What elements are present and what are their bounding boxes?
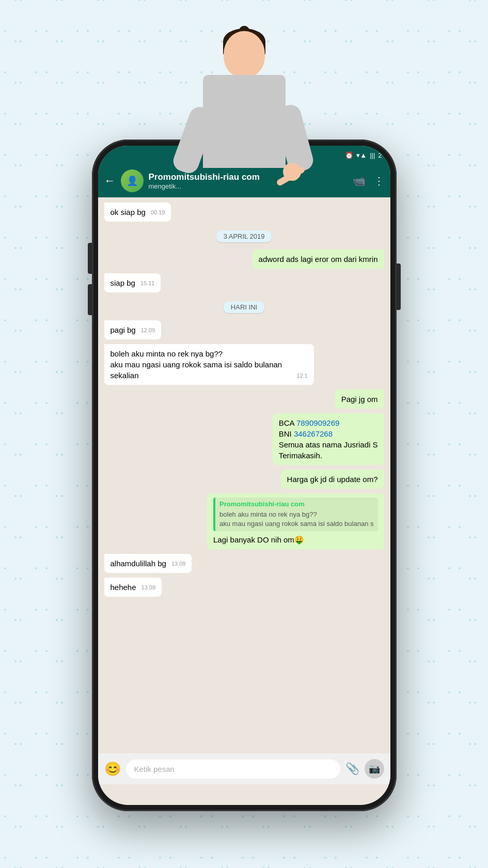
message-text: adword ads lagi eror om dari kmrin (259, 255, 378, 264)
message-time: 15.11 (140, 280, 155, 287)
date-text: 3 APRIL 2019 (216, 230, 272, 242)
quote-block: Promomitsubishi-riau com boleh aku minta… (213, 498, 377, 531)
message-text: siap bg (111, 278, 135, 287)
message-text: Lagi banyak DO nih om🤑 (213, 535, 304, 544)
date-separator-today: HARI INI (104, 301, 384, 313)
bubble-incoming: ok siap bg 00.19 (104, 203, 171, 222)
battery-indicator: 2 (378, 151, 382, 159)
avatar-image: 👤 (121, 169, 144, 192)
phone-screen: ⏰ ▾▲ ||| 2 ← 👤 Promomitsubishi-riau com … (98, 146, 390, 805)
volume-down-button (88, 284, 92, 315)
signal-icon: ||| (370, 151, 375, 159)
quote-author: Promomitsubishi-riau com (219, 500, 373, 509)
scene: ⏰ ▾▲ ||| 2 ← 👤 Promomitsubishi-riau com … (74, 26, 415, 842)
power-button (397, 264, 401, 310)
bubble-incoming: alhamdulillah bg 13.09 (104, 554, 192, 573)
message-text: Harga gk jd di update om? (287, 475, 378, 484)
bubble-incoming: pagi bg 12.09 (104, 320, 162, 339)
message-time: 13.09 (141, 584, 156, 592)
bubble-outgoing: Harga gk jd di update om? (281, 470, 384, 489)
message-text: Pagi jg om (341, 395, 378, 404)
message-text: ok siap bg (111, 208, 146, 216)
message-text: hehehe (111, 583, 136, 592)
video-call-icon[interactable]: 📹 (353, 175, 366, 187)
head (224, 31, 265, 78)
message-row: Harga gk jd di update om? (104, 470, 384, 489)
emoji-button[interactable]: 😊 (104, 761, 121, 777)
quote-text: boleh aku minta no rek nya bg??aku mau n… (219, 510, 373, 529)
volume-up-button (88, 243, 92, 274)
message-text: pagi bg (111, 326, 136, 334)
message-text: alhamdulillah bg (111, 559, 166, 568)
message-input[interactable]: Ketik pesan (126, 760, 340, 779)
bubble-outgoing: Pagi jg om (335, 390, 384, 409)
message-time: 00.19 (151, 209, 165, 216)
message-row: Pagi jg om (104, 390, 384, 409)
bubble-incoming: hehehe 13.09 (104, 578, 162, 597)
bubble-bank-info: BCA 7890909269BNI 346267268Semua atas na… (273, 413, 384, 465)
bubble-quoted: Promomitsubishi-riau com boleh aku minta… (207, 493, 384, 549)
message-time: 13.09 (171, 560, 186, 568)
message-text: BCA 7890909269BNI 346267268Semua atas na… (279, 419, 378, 460)
back-button[interactable]: ← (104, 174, 116, 188)
camera-icon: 📷 (369, 763, 380, 774)
message-time: 12.1 (297, 372, 308, 380)
message-row: alhamdulillah bg 13.09 (104, 554, 384, 573)
bubble-incoming: boleh aku minta no rek nya bg??aku mau n… (104, 344, 314, 385)
body (203, 75, 286, 168)
status-icons: ⏰ ▾▲ ||| 2 (345, 151, 382, 159)
message-row: pagi bg 12.09 (104, 320, 384, 339)
camera-button[interactable]: 📷 (365, 759, 384, 779)
message-row: siap bg 15.11 (104, 273, 384, 292)
chat-area: ok siap bg 00.19 3 APRIL 2019 adword ads… (98, 197, 390, 753)
attach-button[interactable]: 📎 (345, 762, 359, 776)
message-row: adword ads lagi eror om dari kmrin (104, 250, 384, 269)
date-text-today: HARI INI (224, 301, 264, 313)
date-separator: 3 APRIL 2019 (104, 230, 384, 242)
bubble-outgoing: adword ads lagi eror om dari kmrin (253, 250, 384, 269)
input-bar: 😊 Ketik pesan 📎 📷 (98, 753, 390, 784)
message-row: Promomitsubishi-riau com boleh aku minta… (104, 493, 384, 549)
more-options-icon[interactable]: ⋮ (374, 175, 384, 187)
message-row: boleh aku minta no rek nya bg??aku mau n… (104, 344, 384, 385)
message-row: ok siap bg 00.19 (104, 203, 384, 222)
wifi-icon: ▾▲ (356, 151, 367, 159)
bca-number: 7890909269 (296, 419, 339, 427)
message-text: boleh aku minta no rek nya bg??aku mau n… (111, 349, 282, 380)
message-time: 12.09 (141, 327, 155, 334)
bni-number: 346267268 (294, 429, 333, 438)
message-placeholder: Ketik pesan (134, 765, 175, 773)
person-illustration (167, 26, 322, 191)
bubble-incoming: siap bg 15.11 (104, 273, 161, 292)
phone-frame: ⏰ ▾▲ ||| 2 ← 👤 Promomitsubishi-riau com … (92, 140, 397, 811)
header-actions: 📹 ⋮ (353, 175, 384, 187)
alarm-icon: ⏰ (345, 151, 353, 159)
avatar[interactable]: 👤 (121, 169, 144, 192)
message-row: BCA 7890909269BNI 346267268Semua atas na… (104, 413, 384, 465)
message-row: hehehe 13.09 (104, 578, 384, 597)
